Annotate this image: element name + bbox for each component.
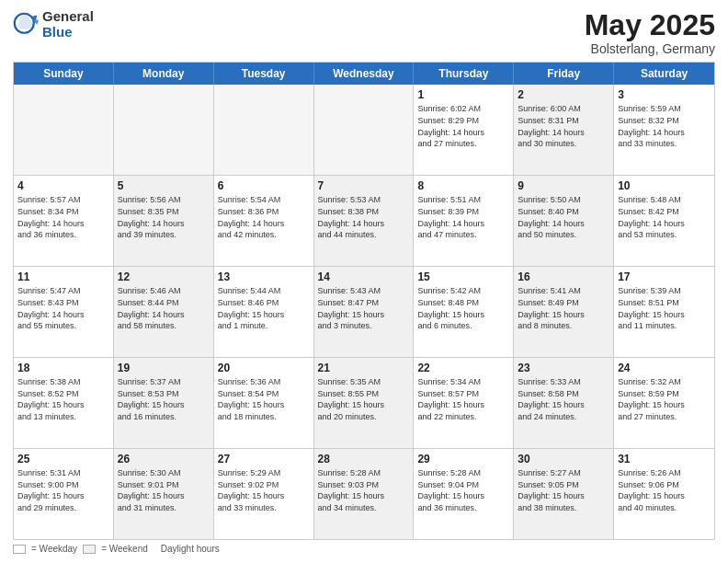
cell-info: Sunrise: 6:00 AM Sunset: 8:31 PM Dayligh…: [518, 103, 609, 149]
day-number: 7: [318, 178, 410, 193]
cal-cell-4-5: 30Sunrise: 5:27 AM Sunset: 9:05 PM Dayli…: [514, 449, 614, 539]
cell-info: Sunrise: 5:30 AM Sunset: 9:01 PM Dayligh…: [118, 467, 210, 513]
day-number: 12: [118, 270, 210, 284]
cell-info: Sunrise: 5:54 AM Sunset: 8:36 PM Dayligh…: [218, 194, 310, 240]
cell-info: Sunrise: 5:37 AM Sunset: 8:53 PM Dayligh…: [118, 376, 210, 422]
day-number: 21: [318, 361, 410, 375]
day-number: 13: [218, 270, 310, 284]
title-block: May 2025 Bolsterlang, Germany: [585, 9, 715, 56]
cal-cell-1-1: 5Sunrise: 5:56 AM Sunset: 8:35 PM Daylig…: [114, 176, 214, 266]
cal-cell-1-0: 4Sunrise: 5:57 AM Sunset: 8:34 PM Daylig…: [14, 176, 114, 266]
cal-cell-3-3: 21Sunrise: 5:35 AM Sunset: 8:55 PM Dayli…: [314, 358, 415, 448]
day-number: 15: [417, 270, 509, 284]
cell-info: Sunrise: 5:46 AM Sunset: 8:44 PM Dayligh…: [118, 285, 210, 331]
cell-info: Sunrise: 5:43 AM Sunset: 8:47 PM Dayligh…: [318, 285, 410, 331]
day-number: 3: [618, 87, 711, 102]
day-number: 27: [218, 452, 310, 466]
cell-info: Sunrise: 5:57 AM Sunset: 8:34 PM Dayligh…: [17, 194, 109, 240]
cal-cell-2-5: 16Sunrise: 5:41 AM Sunset: 8:49 PM Dayli…: [514, 267, 614, 357]
cell-info: Sunrise: 5:28 AM Sunset: 9:03 PM Dayligh…: [318, 467, 410, 513]
title-location: Bolsterlang, Germany: [585, 41, 715, 56]
cal-cell-0-2: [214, 85, 314, 175]
cell-info: Sunrise: 5:44 AM Sunset: 8:46 PM Dayligh…: [218, 285, 310, 331]
cal-cell-3-5: 23Sunrise: 5:33 AM Sunset: 8:58 PM Dayli…: [514, 358, 614, 448]
cell-info: Sunrise: 5:31 AM Sunset: 9:00 PM Dayligh…: [17, 467, 109, 513]
cell-info: Sunrise: 5:26 AM Sunset: 9:06 PM Dayligh…: [618, 467, 711, 513]
logo: General Blue: [13, 9, 94, 40]
cell-info: Sunrise: 5:50 AM Sunset: 8:40 PM Dayligh…: [518, 194, 609, 240]
day-number: 17: [618, 270, 711, 284]
cal-cell-2-6: 17Sunrise: 5:39 AM Sunset: 8:51 PM Dayli…: [614, 267, 714, 357]
cell-info: Sunrise: 5:29 AM Sunset: 9:02 PM Dayligh…: [218, 467, 310, 513]
cell-info: Sunrise: 5:56 AM Sunset: 8:35 PM Dayligh…: [118, 194, 210, 240]
cal-cell-4-0: 25Sunrise: 5:31 AM Sunset: 9:00 PM Dayli…: [14, 449, 114, 539]
cell-info: Sunrise: 5:48 AM Sunset: 8:42 PM Dayligh…: [618, 194, 711, 240]
cell-info: Sunrise: 5:42 AM Sunset: 8:48 PM Dayligh…: [417, 285, 509, 331]
day-number: 19: [118, 361, 210, 375]
legend-weekday-label: = Weekday: [31, 544, 77, 554]
day-number: 22: [417, 361, 509, 375]
cal-cell-0-0: [14, 85, 114, 175]
cal-cell-1-2: 6Sunrise: 5:54 AM Sunset: 8:36 PM Daylig…: [214, 176, 314, 266]
cal-row-2: 11Sunrise: 5:47 AM Sunset: 8:43 PM Dayli…: [14, 266, 714, 357]
day-number: 4: [17, 178, 109, 193]
day-number: 8: [417, 178, 509, 193]
day-number: 10: [618, 178, 711, 193]
cal-cell-2-3: 14Sunrise: 5:43 AM Sunset: 8:47 PM Dayli…: [314, 267, 415, 357]
cal-cell-2-2: 13Sunrise: 5:44 AM Sunset: 8:46 PM Dayli…: [214, 267, 314, 357]
cal-row-4: 25Sunrise: 5:31 AM Sunset: 9:00 PM Dayli…: [14, 448, 714, 539]
cal-cell-4-2: 27Sunrise: 5:29 AM Sunset: 9:02 PM Dayli…: [214, 449, 314, 539]
cal-cell-4-1: 26Sunrise: 5:30 AM Sunset: 9:01 PM Dayli…: [114, 449, 214, 539]
cal-cell-3-6: 24Sunrise: 5:32 AM Sunset: 8:59 PM Dayli…: [614, 358, 714, 448]
header: General Blue May 2025 Bolsterlang, Germa…: [13, 9, 715, 56]
cal-header-saturday: Saturday: [614, 63, 714, 85]
day-number: 26: [118, 452, 210, 466]
cal-cell-1-4: 8Sunrise: 5:51 AM Sunset: 8:39 PM Daylig…: [414, 176, 514, 266]
cell-info: Sunrise: 5:51 AM Sunset: 8:39 PM Dayligh…: [417, 194, 509, 240]
cal-cell-4-6: 31Sunrise: 5:26 AM Sunset: 9:06 PM Dayli…: [614, 449, 714, 539]
cal-row-0: 1Sunrise: 6:02 AM Sunset: 8:29 PM Daylig…: [14, 85, 714, 175]
cal-cell-4-3: 28Sunrise: 5:28 AM Sunset: 9:03 PM Dayli…: [314, 449, 415, 539]
cal-cell-3-0: 18Sunrise: 5:38 AM Sunset: 8:52 PM Dayli…: [14, 358, 114, 448]
logo-general: General: [42, 9, 94, 25]
logo-blue: Blue: [42, 25, 94, 40]
cal-cell-3-4: 22Sunrise: 5:34 AM Sunset: 8:57 PM Dayli…: [414, 358, 514, 448]
day-number: 1: [417, 87, 509, 102]
cell-info: Sunrise: 5:59 AM Sunset: 8:32 PM Dayligh…: [618, 103, 711, 149]
cal-cell-0-4: 1Sunrise: 6:02 AM Sunset: 8:29 PM Daylig…: [414, 85, 514, 175]
cal-cell-1-6: 10Sunrise: 5:48 AM Sunset: 8:42 PM Dayli…: [614, 176, 714, 266]
logo-icon: [13, 12, 39, 38]
cell-info: Sunrise: 5:27 AM Sunset: 9:05 PM Dayligh…: [518, 467, 609, 513]
day-number: 30: [518, 452, 609, 466]
logo-text: General Blue: [42, 9, 94, 40]
day-number: 20: [218, 361, 310, 375]
cal-header-wednesday: Wednesday: [314, 63, 415, 85]
cell-info: Sunrise: 5:41 AM Sunset: 8:49 PM Dayligh…: [518, 285, 609, 331]
cell-info: Sunrise: 5:53 AM Sunset: 8:38 PM Dayligh…: [318, 194, 410, 240]
cal-cell-0-3: [314, 85, 415, 175]
calendar: SundayMondayTuesdayWednesdayThursdayFrid…: [13, 62, 715, 540]
cal-header-sunday: Sunday: [14, 63, 114, 85]
day-number: 11: [17, 270, 109, 284]
cal-row-1: 4Sunrise: 5:57 AM Sunset: 8:34 PM Daylig…: [14, 175, 714, 266]
legend-daylight-label: Daylight hours: [161, 544, 220, 554]
calendar-body: 1Sunrise: 6:02 AM Sunset: 8:29 PM Daylig…: [14, 85, 714, 539]
cell-info: Sunrise: 6:02 AM Sunset: 8:29 PM Dayligh…: [417, 103, 509, 149]
cal-header-thursday: Thursday: [414, 63, 514, 85]
cell-info: Sunrise: 5:32 AM Sunset: 8:59 PM Dayligh…: [618, 376, 711, 422]
cal-cell-1-3: 7Sunrise: 5:53 AM Sunset: 8:38 PM Daylig…: [314, 176, 415, 266]
footer-legend: = Weekday = Weekend Daylight hours: [13, 544, 715, 554]
cell-info: Sunrise: 5:34 AM Sunset: 8:57 PM Dayligh…: [417, 376, 509, 422]
day-number: 6: [218, 178, 310, 193]
cell-info: Sunrise: 5:28 AM Sunset: 9:04 PM Dayligh…: [417, 467, 509, 513]
cal-cell-4-4: 29Sunrise: 5:28 AM Sunset: 9:04 PM Dayli…: [414, 449, 514, 539]
day-number: 24: [618, 361, 711, 375]
page: General Blue May 2025 Bolsterlang, Germa…: [0, 0, 728, 563]
cal-header-monday: Monday: [114, 63, 214, 85]
day-number: 16: [518, 270, 609, 284]
day-number: 9: [518, 178, 609, 193]
cell-info: Sunrise: 5:38 AM Sunset: 8:52 PM Dayligh…: [17, 376, 109, 422]
legend-weekend-label: = Weekend: [101, 544, 148, 554]
cal-cell-1-5: 9Sunrise: 5:50 AM Sunset: 8:40 PM Daylig…: [514, 176, 614, 266]
day-number: 5: [118, 178, 210, 193]
